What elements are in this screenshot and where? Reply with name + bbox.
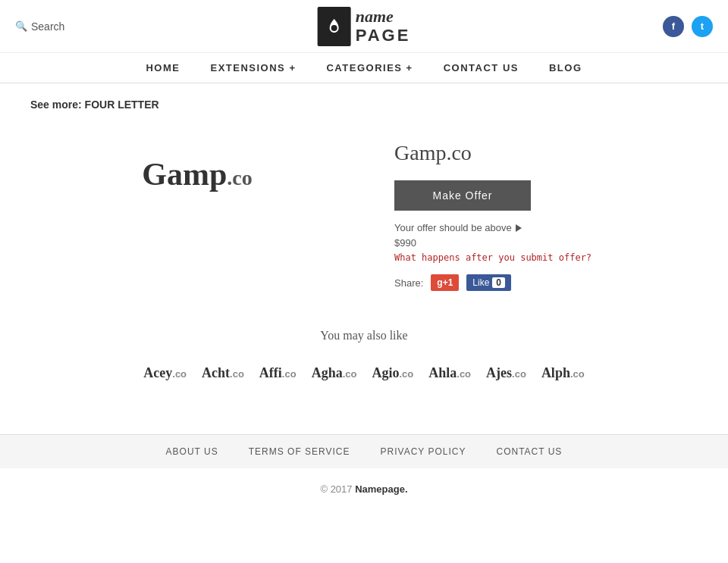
main-content: See more: FOUR LETTER Gamp.co Gamp.co Ma… (0, 83, 728, 419)
nav-categories[interactable]: CATEGORIES + (326, 62, 413, 74)
main-nav: HOME EXTENSIONS + CATEGORIES + CONTACT U… (0, 53, 728, 83)
also-like-item[interactable]: Affi.co (259, 365, 297, 381)
nav-home[interactable]: HOME (146, 62, 180, 74)
footer: ABOUT USTERMS OF SERVICEPRIVACY POLICYCO… (0, 434, 728, 510)
footer-nav-privacy[interactable]: PRIVACY POLICY (381, 446, 466, 457)
also-like-item[interactable]: Ajes.co (486, 365, 526, 381)
logo-text: name PAGE (356, 8, 411, 44)
svg-point-1 (331, 25, 337, 31)
offer-hint: Your offer should be above (394, 222, 698, 233)
footer-nav-terms[interactable]: TERMS OF SERVICE (249, 446, 350, 457)
nav-extensions[interactable]: EXTENSIONS + (210, 62, 296, 74)
header: 🔍 Search name PAGE f t (0, 0, 728, 53)
breadcrumb-link[interactable]: FOUR LETTER (85, 99, 159, 111)
search-button[interactable]: 🔍 Search (15, 20, 91, 33)
fb-like-button[interactable]: Like 0 (466, 274, 511, 291)
also-like-item[interactable]: Alph.co (541, 365, 585, 381)
nav-contact[interactable]: CONTACT US (444, 62, 519, 74)
make-offer-button[interactable]: Make Offer (394, 180, 531, 211)
footer-nav-contact-footer[interactable]: CONTACT US (496, 446, 562, 457)
also-like-item[interactable]: Agha.co (312, 365, 357, 381)
product-area: Gamp.co Gamp.co Make Offer Your offer sh… (30, 126, 698, 306)
also-like-title: You may also like (30, 329, 698, 342)
site-logo[interactable]: name PAGE (318, 7, 411, 46)
search-icon: 🔍 (15, 20, 27, 32)
footer-copyright: © 2017 Namepage. (0, 468, 728, 510)
logo-icon (318, 7, 351, 46)
nav-blog[interactable]: BLOG (549, 62, 582, 74)
also-like-grid: Acey.coAcht.coAffi.coAgha.coAgio.coAhla.… (30, 358, 698, 389)
share-row: Share: g+1 Like 0 (394, 274, 698, 291)
footer-nav-about-us[interactable]: ABOUT US (166, 446, 218, 457)
twitter-link[interactable]: t (692, 16, 713, 37)
domain-logo-display: Gamp.co (30, 126, 364, 223)
breadcrumb: See more: FOUR LETTER (30, 99, 698, 111)
offer-info-link[interactable]: What happens after you submit offer? (394, 252, 698, 263)
domain-logo-tld: .co (227, 166, 252, 189)
arrow-right-icon (516, 224, 522, 232)
see-more-label: See more: (30, 99, 82, 111)
domain-details: Gamp.co Make Offer Your offer should be … (394, 126, 698, 306)
fb-count: 0 (492, 277, 505, 288)
also-like-item[interactable]: Acey.co (143, 365, 187, 381)
also-like-item[interactable]: Ahla.co (428, 365, 471, 381)
offer-amount: $990 (394, 237, 698, 249)
gplus-button[interactable]: g+1 (431, 274, 459, 291)
domain-title: Gamp.co (394, 141, 698, 165)
share-label: Share: (394, 277, 423, 289)
footer-brand-link[interactable]: Namepage. (355, 483, 407, 495)
also-like-section: You may also like Acey.coAcht.coAffi.coA… (30, 329, 698, 389)
search-label: Search (31, 20, 64, 33)
footer-nav: ABOUT USTERMS OF SERVICEPRIVACY POLICYCO… (0, 434, 728, 468)
also-like-item[interactable]: Agio.co (372, 365, 413, 381)
domain-logo-name: Gamp (142, 157, 227, 192)
facebook-link[interactable]: f (663, 16, 684, 37)
social-links: f t (637, 16, 713, 37)
also-like-item[interactable]: Acht.co (202, 365, 244, 381)
